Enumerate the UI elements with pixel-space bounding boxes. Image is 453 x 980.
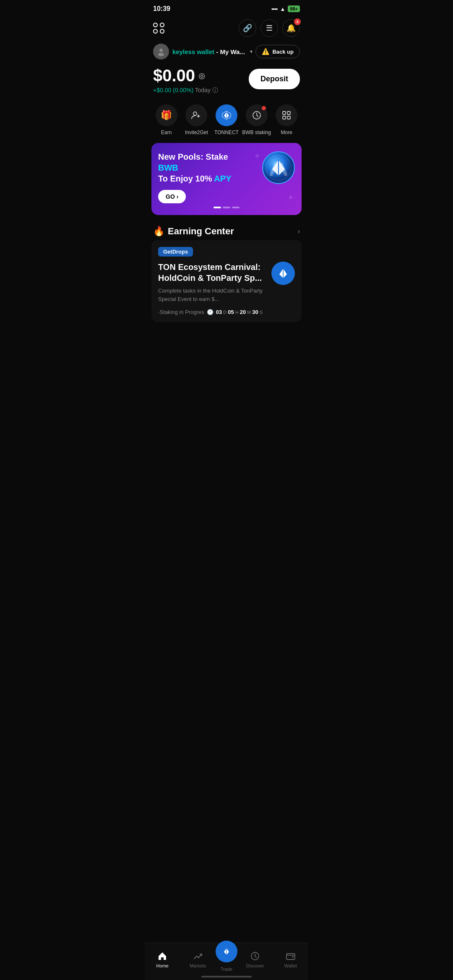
dot-3 [232,207,240,208]
banner-go-button[interactable]: GO › [158,190,186,203]
quick-actions: 🎁 Earn Invite2Get TONNECT [145,101,308,137]
bwb-dot [262,106,266,110]
eye-icon[interactable]: ◎ [198,71,205,80]
action-earn[interactable]: 🎁 Earn [151,104,182,135]
wallet-selector[interactable]: keyless wallet - My Wa... ▾ [153,44,253,60]
status-bar: 10:39 ▪▪▪▪ ▲ 98+ [145,0,308,16]
card-body: TON Ecosystem Carnival: HoldCoin & TonPa… [158,262,295,303]
balance-amount: $0.00 ◎ [153,66,218,85]
apps-menu-button[interactable] [153,23,165,34]
svg-rect-8 [287,111,290,114]
staking-status: ·Staking in Progres [158,309,204,315]
signal-icon: ▪▪▪▪ [271,6,277,12]
banner-text: New Pools: Stake BWB To Enjoy 10% APY GO… [158,151,233,203]
action-invite[interactable]: Invite2Get [182,104,212,135]
backup-button[interactable]: ⚠️ Back up [255,45,300,58]
svg-rect-9 [283,116,286,119]
card-title: TON Ecosystem Carnival: HoldCoin & TonPa… [158,262,266,283]
card-desc: Complete tasks in the HoldCoin & TonPart… [158,287,266,303]
deco1: + [255,151,260,161]
header: 🔗 ☰ 🔔 3 [145,16,308,42]
wallet-name: keyless wallet - My Wa... [172,48,245,55]
earn-card[interactable]: GetDrops TON Ecosystem Carnival: HoldCoi… [151,240,302,322]
balance-section: $0.00 ◎ +$0.00 (0.00%) Today ⓘ Deposit [145,65,308,101]
svg-point-0 [159,49,163,52]
card-tag: GetDrops [158,247,193,257]
status-time: 10:39 [153,5,170,13]
invite-label: Invite2Get [185,130,208,135]
svg-rect-10 [287,116,290,119]
deposit-button[interactable]: Deposit [249,69,300,89]
battery-badge: 98+ [288,5,300,12]
notification-button[interactable]: 🔔 3 [282,19,300,37]
card-info: TON Ecosystem Carnival: HoldCoin & TonPa… [158,262,271,303]
banner-title: New Pools: Stake BWB To Enjoy 10% APY [158,151,233,184]
tonnect-label: TONNECT [214,130,239,135]
earning-center-header[interactable]: 🔥 Earning Center › [145,221,308,240]
apps-icon [153,23,165,34]
balance-change: +$0.00 (0.00%) Today ⓘ [153,87,218,94]
invite-icon-wrap [185,104,207,126]
section-title: 🔥 Earning Center [153,226,234,237]
action-tonnect[interactable]: TONNECT [211,104,242,135]
clock-icon: 🕐 [207,309,213,315]
action-bwb[interactable]: BWB staking [242,104,272,135]
deco2: + [288,193,293,202]
svg-point-2 [193,112,197,115]
header-actions: 🔗 ☰ 🔔 3 [239,19,300,37]
banner-indicators [158,207,295,208]
status-right: ▪▪▪▪ ▲ 98+ [271,5,300,12]
earn-icon-wrap: 🎁 [156,104,177,126]
card-logo [271,262,295,285]
action-more[interactable]: More [271,104,302,135]
backup-icon: ⚠️ [262,48,270,55]
dot-2 [223,207,230,208]
svg-rect-7 [283,111,286,114]
bwb-icon-wrap [246,104,268,126]
countdown-timer: 03 D 05 H 20 M 30 S [216,309,263,315]
info-icon: ⓘ [212,87,218,93]
tonnect-icon-wrap [216,104,237,126]
promo-banner[interactable]: + + New Pools: Stake BWB To Enjoy 10% AP… [151,143,302,215]
wallet-avatar [153,44,169,60]
earn-label: Earn [161,130,172,135]
section-chevron: › [298,228,300,235]
wallet-chevron: ▾ [250,49,253,54]
wallet-row: keyless wallet - My Wa... ▾ ⚠️ Back up [145,42,308,65]
link-button[interactable]: 🔗 [239,19,256,37]
more-icon-wrap [276,104,297,126]
balance-left: $0.00 ◎ +$0.00 (0.00%) Today ⓘ [153,66,218,94]
wifi-icon: ▲ [280,6,285,12]
bwb-label: BWB staking [242,130,271,135]
menu-button[interactable]: ☰ [260,19,278,37]
svg-point-1 [158,53,164,56]
dot-1 [213,207,221,208]
notification-badge: 3 [294,18,301,25]
more-label: More [281,130,292,135]
banner-coin-graphic [260,149,297,187]
card-footer: ·Staking in Progres 🕐 03 D 05 H 20 M 30 … [158,309,295,315]
